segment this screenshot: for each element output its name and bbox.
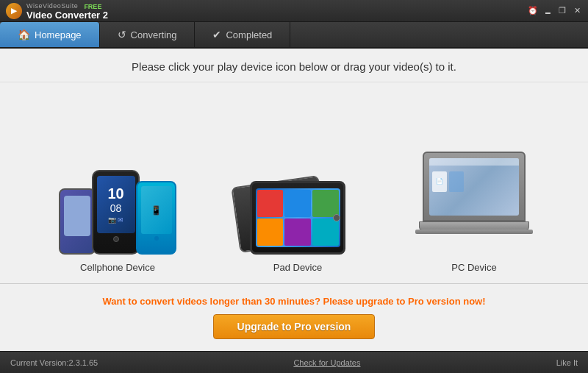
- title-bar-left: ▶ WiseVideoSuite FREE Video Converter 2: [6, 2, 108, 20]
- device-pc[interactable]: 📄 PC Device: [419, 152, 529, 273]
- pad-image: [235, 144, 360, 255]
- tab-homepage[interactable]: 🏠 Homepage: [0, 22, 100, 47]
- like-it-text[interactable]: Like It: [556, 358, 578, 367]
- app-logo: ▶ WiseVideoSuite FREE Video Converter 2: [6, 2, 108, 20]
- app-name-block: WiseVideoSuite FREE Video Converter 2: [26, 2, 108, 20]
- pc-image: 📄: [419, 152, 529, 255]
- status-bar: Current Version:2.3.1.65 Check for Updat…: [0, 351, 588, 373]
- tab-completed-label: Completed: [226, 29, 272, 40]
- version-text: Current Version:2.3.1.65: [10, 358, 98, 367]
- title-bar: ▶ WiseVideoSuite FREE Video Converter 2 …: [0, 0, 588, 22]
- cellphone-group: 10 08 📷 ✉ 📱: [59, 152, 176, 255]
- devices-area: 10 08 📷 ✉ 📱: [0, 82, 588, 280]
- alarm-icon[interactable]: ⏰: [528, 6, 538, 16]
- laptop-screen-inner: 📄: [429, 158, 519, 216]
- tab-completed[interactable]: ✔ Completed: [195, 22, 290, 47]
- tab-converting[interactable]: ↺ Converting: [100, 22, 196, 47]
- pc-group: 📄: [419, 152, 529, 255]
- upgrade-text: Want to convert videos longer than 30 mi…: [102, 296, 485, 307]
- upgrade-area: Want to convert videos longer than 30 mi…: [87, 287, 500, 351]
- device-cellphone[interactable]: 10 08 📷 ✉ 📱: [59, 152, 176, 273]
- divider: [0, 283, 588, 284]
- title-bar-controls: ⏰ 🗕 ❐ ✕: [528, 6, 582, 16]
- phone-back-left: [59, 188, 96, 255]
- device-pad[interactable]: Pad Device: [235, 144, 360, 273]
- phone-main: 10 08 📷 ✉: [92, 170, 140, 255]
- cellphone-image: 10 08 📷 ✉ 📱: [59, 152, 176, 255]
- tablet-screen: [256, 188, 340, 247]
- main-content: Please click your play device icon below…: [0, 49, 588, 351]
- upgrade-highlight: 30: [265, 296, 275, 307]
- laptop-foot: [415, 230, 533, 234]
- app-name-top: WiseVideoSuite: [26, 3, 78, 10]
- check-icon: ✔: [212, 29, 221, 40]
- logo-icon: ▶: [6, 3, 22, 19]
- phone-screen: 10 08 📷 ✉: [97, 176, 135, 233]
- phone-right-screen: 📱: [141, 186, 172, 234]
- pad-label: Pad Device: [273, 262, 322, 273]
- home-icon: 🏠: [18, 29, 30, 40]
- check-updates-link[interactable]: Check for Updates: [293, 358, 360, 367]
- nav-bar: 🏠 Homepage ↺ Converting ✔ Completed: [0, 22, 588, 49]
- upgrade-text-prefix: Want to convert videos longer than: [102, 296, 265, 307]
- phone-right: 📱: [136, 181, 176, 255]
- instruction-text: Please click your play device icon below…: [132, 60, 456, 73]
- upgrade-button[interactable]: Upgrade to Pro version: [213, 314, 376, 339]
- instruction-bar: Please click your play device icon below…: [0, 49, 588, 82]
- tab-converting-label: Converting: [131, 29, 177, 40]
- pad-group: [235, 144, 360, 255]
- upgrade-text-suffix: minutes? Please upgrade to Pro version n…: [275, 296, 485, 307]
- tablet-main: [250, 181, 345, 255]
- laptop-screen-outer: 📄: [423, 152, 526, 221]
- minimize-button[interactable]: 🗕: [542, 6, 553, 16]
- tab-homepage-label: Homepage: [35, 29, 82, 40]
- close-button[interactable]: ✕: [572, 6, 582, 16]
- convert-icon: ↺: [118, 29, 126, 40]
- app-name-bottom: Video Converter 2: [26, 10, 108, 20]
- cellphone-label: Cellphone Device: [80, 262, 155, 273]
- pc-label: PC Device: [451, 262, 496, 273]
- restore-button[interactable]: ❐: [557, 6, 567, 16]
